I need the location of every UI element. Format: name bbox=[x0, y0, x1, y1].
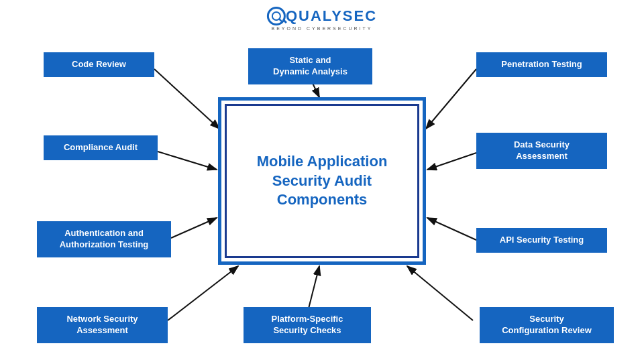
logo: QUALYSEC BEYOND CYBERSECURITY bbox=[267, 7, 377, 31]
satellite-auth-testing: Authentication andAuthorization Testing bbox=[37, 221, 171, 257]
svg-line-13 bbox=[407, 266, 473, 320]
logo-tagline: BEYOND CYBERSECURITY bbox=[271, 26, 372, 31]
svg-line-7 bbox=[158, 152, 217, 170]
satellite-pen-testing: Penetration Testing bbox=[476, 52, 607, 77]
satellite-api-security: API Security Testing bbox=[476, 228, 607, 253]
satellite-platform-specific: Platform-SpecificSecurity Checks bbox=[244, 307, 371, 343]
satellite-static-dynamic: Static andDynamic Analysis bbox=[248, 48, 372, 84]
logo-text: QUALYSEC bbox=[286, 7, 377, 25]
svg-line-10 bbox=[427, 218, 476, 240]
satellite-compliance-audit: Compliance Audit bbox=[44, 135, 158, 160]
satellite-sec-config: SecurityConfiguration Review bbox=[480, 307, 614, 343]
logo-icon bbox=[267, 7, 286, 25]
center-box-inner: Mobile Application Security Audit Compon… bbox=[225, 104, 419, 258]
satellite-code-review: Code Review bbox=[44, 52, 154, 77]
center-box: Mobile Application Security Audit Compon… bbox=[218, 97, 426, 265]
svg-line-11 bbox=[168, 266, 238, 320]
svg-line-8 bbox=[427, 153, 476, 170]
svg-line-6 bbox=[426, 69, 476, 129]
satellite-network-security: Network SecurityAssessment bbox=[37, 307, 168, 343]
svg-line-4 bbox=[154, 69, 219, 129]
center-title: Mobile Application Security Audit Compon… bbox=[227, 145, 417, 217]
svg-line-9 bbox=[171, 218, 217, 238]
satellite-data-security: Data SecurityAssessment bbox=[476, 133, 607, 169]
svg-line-1 bbox=[279, 19, 282, 21]
